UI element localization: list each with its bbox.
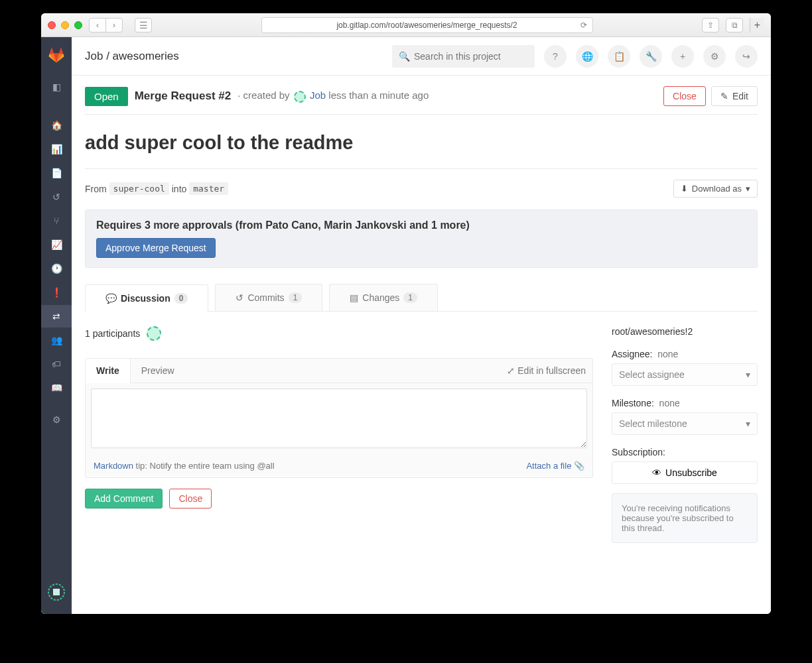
search-input[interactable] — [414, 51, 528, 62]
sidebar-merge-requests-icon[interactable]: ⇄ — [41, 305, 72, 328]
tabs-overview-icon[interactable]: ⧉ — [726, 18, 743, 32]
sidebar-settings-icon[interactable]: ⚙ — [41, 408, 72, 431]
participant-avatar-icon[interactable] — [147, 326, 161, 341]
add-comment-button[interactable]: Add Comment — [85, 489, 163, 509]
preview-tab[interactable]: Preview — [131, 359, 185, 383]
tip-text: tip: Notify the entire team using @all — [133, 461, 275, 471]
status-badge: Open — [85, 87, 128, 106]
sidebar-graphs-icon[interactable]: 📈 — [41, 233, 72, 256]
mr-number: Merge Request #2 — [135, 90, 232, 103]
maximize-window-icon[interactable] — [74, 21, 82, 29]
help-icon[interactable]: ? — [544, 45, 567, 68]
sidebar-files-icon[interactable]: 📄 — [41, 162, 72, 184]
caret-down-icon: ▾ — [746, 184, 750, 194]
subscription-label: Subscription: — [612, 447, 758, 457]
edit-icon: ✎ — [720, 91, 728, 101]
caret-down-icon: ▾ — [746, 418, 750, 429]
milestone-label: Milestone: — [612, 398, 654, 408]
breadcrumb[interactable]: Job / awesomeries — [85, 50, 179, 63]
comments-icon: 💬 — [105, 293, 117, 304]
milestone-value: none — [659, 398, 680, 408]
download-button[interactable]: ⬇ Download as ▾ — [673, 180, 758, 198]
share-icon[interactable]: ⇪ — [702, 18, 719, 32]
reload-icon[interactable]: ⟳ — [580, 21, 587, 30]
gitlab-logo-icon[interactable] — [47, 45, 66, 64]
history-icon: ↺ — [236, 292, 243, 303]
sidebar-activity-icon[interactable]: 📊 — [41, 138, 72, 160]
assignee-label: Assignee: — [612, 349, 652, 359]
browser-url: job.gitlap.com/root/awesomeries/merge_re… — [336, 21, 517, 30]
mr-timestamp: less than a minute ago — [328, 90, 429, 101]
download-icon: ⬇ — [681, 184, 688, 194]
close-window-icon[interactable] — [48, 21, 56, 29]
eye-icon: 👁 — [652, 467, 661, 478]
mr-tabs: 💬 Discussion 0 ↺ Commits 1 ▤ Changes 1 — [85, 284, 758, 312]
mr-title: add super cool to the readme — [85, 115, 758, 169]
sidebar-home-icon[interactable]: 🏠 — [41, 114, 72, 137]
mr-header-row: Open Merge Request #2 · created by Job l… — [85, 76, 758, 115]
svg-rect-1 — [53, 589, 60, 595]
edit-mr-button[interactable]: ✎ Edit — [711, 86, 758, 106]
sidebar-issues-icon[interactable]: ❗ — [41, 281, 72, 304]
tab-commits[interactable]: ↺ Commits 1 — [215, 284, 322, 311]
author-link[interactable]: Job — [310, 90, 326, 101]
window-controls — [48, 21, 82, 29]
sidebar-user-avatar[interactable] — [48, 583, 65, 601]
new-tab-button[interactable]: + — [750, 18, 764, 32]
copy-icon[interactable]: 📋 — [608, 45, 630, 68]
sidebar-milestones-icon[interactable]: 🕐 — [41, 257, 72, 280]
search-icon: 🔍 — [399, 51, 410, 62]
approval-requirement-text: Requires 3 more approvals (from Pato Can… — [96, 219, 746, 231]
browser-titlebar: ‹ › ☰ job.gitlap.com/root/awesomeries/me… — [41, 13, 771, 37]
approval-box: Requires 3 more approvals (from Pato Can… — [85, 210, 758, 268]
source-branch: super-cool — [109, 182, 169, 195]
browser-back-button[interactable]: ‹ — [89, 18, 106, 32]
browser-window: ‹ › ☰ job.gitlap.com/root/awesomeries/me… — [41, 13, 771, 614]
new-icon[interactable]: + — [671, 45, 694, 68]
sidebar-members-icon[interactable]: 👥 — [41, 329, 72, 351]
assignee-value: none — [657, 349, 678, 359]
attach-file-link[interactable]: Attach a file 📎 — [526, 461, 584, 471]
browser-tabs-icon[interactable]: ☰ — [135, 18, 152, 32]
settings-icon[interactable]: ⚙ — [703, 45, 726, 68]
comment-form: Write Preview ⤢ Edit in fullscreen — [85, 358, 593, 478]
approve-button[interactable]: Approve Merge Request — [96, 238, 216, 258]
sidebar-labels-icon[interactable]: 🏷 — [41, 353, 72, 375]
browser-address-bar[interactable]: job.gitlap.com/root/awesomeries/merge_re… — [261, 17, 593, 33]
diff-icon: ▤ — [350, 292, 358, 303]
branch-info: From super-cool into master ⬇ Download a… — [85, 169, 758, 210]
unsubscribe-button[interactable]: 👁 Unsubscribe — [612, 461, 758, 484]
logout-icon[interactable]: ↪ — [735, 45, 758, 68]
assignee-select[interactable]: Select assignee ▾ — [612, 363, 758, 386]
tab-changes[interactable]: ▤ Changes 1 — [329, 284, 438, 311]
admin-icon[interactable]: 🔧 — [640, 45, 662, 68]
sidebar-history-icon[interactable]: ↺ — [41, 186, 72, 208]
close-mr-button[interactable]: Close — [663, 86, 706, 106]
milestone-select[interactable]: Select milestone ▾ — [612, 412, 758, 435]
paperclip-icon: 📎 — [574, 461, 584, 471]
browser-forward-button[interactable]: › — [105, 18, 123, 32]
caret-down-icon: ▾ — [746, 369, 750, 380]
sidebar-collapse-icon[interactable]: ◧ — [41, 76, 72, 98]
sidebar-wiki-icon[interactable]: 📖 — [41, 377, 72, 399]
comment-textarea[interactable] — [91, 389, 587, 448]
participants: 1 participants — [85, 326, 593, 341]
subscription-note: You're receiving notifications because y… — [612, 493, 758, 543]
write-tab[interactable]: Write — [86, 359, 131, 383]
close-comment-button[interactable]: Close — [169, 489, 212, 509]
app-header: Job / awesomeries 🔍 ? 🌐 📋 🔧 + ⚙ ↪ — [72, 37, 771, 76]
mr-reference: root/awesomeries!2 — [612, 326, 758, 337]
expand-icon: ⤢ — [507, 365, 515, 376]
author-avatar-icon — [294, 91, 306, 103]
sidebar-branches-icon[interactable]: ⑂ — [41, 210, 72, 232]
target-branch: master — [189, 182, 228, 195]
explore-icon[interactable]: 🌐 — [576, 45, 598, 68]
app-sidebar: ◧ 🏠 📊 📄 ↺ ⑂ 📈 🕐 ❗ ⇄ 👥 🏷 📖 ⚙ — [41, 37, 72, 614]
fullscreen-link[interactable]: ⤢ Edit in fullscreen — [507, 365, 586, 376]
project-search[interactable]: 🔍 — [392, 45, 535, 68]
mr-meta: · created by Job less than a minute ago — [237, 90, 429, 102]
markdown-link[interactable]: Markdown — [94, 461, 133, 471]
minimize-window-icon[interactable] — [61, 21, 69, 29]
tab-discussion[interactable]: 💬 Discussion 0 — [85, 284, 208, 312]
